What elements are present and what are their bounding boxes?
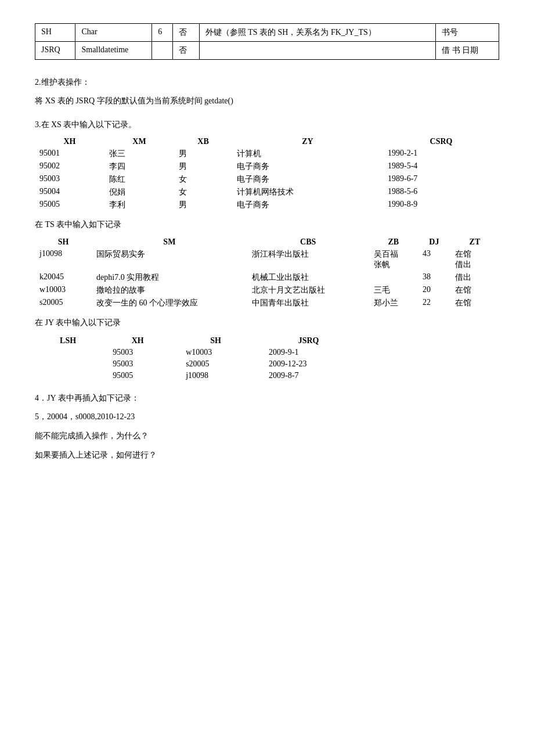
table-row: JSRQ Smalldatetime 否 借 书 日期	[35, 42, 499, 60]
ts-col-sm: SM	[92, 236, 247, 248]
jy-cell	[35, 358, 101, 370]
xs-cell: 男	[174, 147, 232, 160]
xs-cell: 95001	[35, 147, 104, 160]
xs-cell: 男	[174, 160, 232, 173]
jy-data-row: 95003s200052009-12-23	[35, 358, 360, 370]
xs-cell: 1989-6-7	[383, 173, 499, 186]
ts-cell: j10098	[35, 248, 92, 271]
jy-cell	[35, 370, 101, 381]
ts-cell: 20	[418, 284, 450, 297]
cell-smalldatetime: Smalldatetime	[75, 42, 152, 60]
ts-cell: 撒哈拉的故事	[92, 284, 247, 297]
cell-fk-desc: 外键（参照 TS 表的 SH，关系名为 FK_JY_TS）	[199, 24, 436, 42]
xs-cell: 1988-5-6	[383, 186, 499, 199]
ts-cell: 中国青年出版社	[247, 297, 369, 309]
xs-cell: 1989-5-4	[383, 160, 499, 173]
xs-cell: 电子商务	[232, 160, 383, 173]
ts-cell: 郑小兰	[369, 297, 418, 309]
xs-cell: 女	[174, 186, 232, 199]
ts-col-cbs: CBS	[247, 236, 369, 248]
xs-cell: 电子商务	[232, 199, 383, 211]
xs-data-row: 95004倪娟女计算机网络技术1988-5-6	[35, 186, 499, 199]
xs-data-row: 95003陈红女电子商务1989-6-7	[35, 173, 499, 186]
xs-cell: 男	[174, 199, 232, 211]
ts-cell: 北京十月文艺出版社	[247, 284, 369, 297]
jy-col-lsh: LSH	[35, 335, 101, 347]
ts-header-row: SH SM CBS ZB DJ ZT	[35, 236, 499, 248]
jy-header-row: LSH XH SH JSRQ	[35, 335, 360, 347]
section4-q1: 能不能完成插入操作，为什么？	[35, 429, 499, 443]
xs-cell: 95002	[35, 160, 104, 173]
ts-cell: 借出	[450, 271, 499, 284]
xs-cell: 张三	[104, 147, 174, 160]
jy-cell: w10003	[174, 347, 257, 358]
xs-col-xh: XH	[35, 136, 104, 147]
ts-intro: 在 TS 表中输入如下记录	[35, 217, 499, 232]
cell-empty	[152, 42, 173, 60]
jy-cell	[35, 347, 101, 358]
ts-cell: w10003	[35, 284, 92, 297]
cell-empty2	[199, 42, 436, 60]
table-row: SH Char 6 否 外键（参照 TS 表的 SH，关系名为 FK_JY_TS…	[35, 24, 499, 42]
jy-col-xh: XH	[101, 335, 174, 347]
xs-header-row: XH XM XB ZY CSRQ	[35, 136, 499, 147]
cell-char: Char	[75, 24, 152, 42]
jy-cell: 95005	[101, 370, 174, 381]
xs-cell: 电子商务	[232, 173, 383, 186]
jy-cell: 2009-8-7	[257, 370, 360, 381]
ts-cell: 22	[418, 297, 450, 309]
xs-data-row: 95005李利男电子商务1990-8-9	[35, 199, 499, 211]
xs-col-zy: ZY	[232, 136, 383, 147]
section2: 2.维护表操作： 将 XS 表的 JSRQ 字段的默认值为当前系统时间 getd…	[35, 77, 499, 108]
jy-cell: 2009-9-1	[257, 347, 360, 358]
section2-body: 将 XS 表的 JSRQ 字段的默认值为当前系统时间 getdate()	[35, 93, 499, 108]
xs-data-row: 95002李四男电子商务1989-5-4	[35, 160, 499, 173]
jy-cell: s20005	[174, 358, 257, 370]
ts-cell: 三毛	[369, 284, 418, 297]
xs-cell: 95004	[35, 186, 104, 199]
jy-col-sh: SH	[174, 335, 257, 347]
jy-cell: 95003	[101, 358, 174, 370]
ts-cell: 在馆 借出	[450, 248, 499, 271]
section4-title: 4．JY 表中再插入如下记录：	[35, 393, 499, 404]
xs-col-csrq: CSRQ	[383, 136, 499, 147]
ts-col-sh: SH	[35, 236, 92, 248]
ts-col-zt: ZT	[450, 236, 499, 248]
ts-data-row: j10098国际贸易实务浙江科学出版社吴百福 张帆43在馆 借出	[35, 248, 499, 271]
xs-col-xb: XB	[174, 136, 232, 147]
ts-data-row: k20045dephi7.0 实用教程机械工业出版社38借出	[35, 271, 499, 284]
ts-cell: 吴百福 张帆	[369, 248, 418, 271]
xs-cell: 计算机	[232, 147, 383, 160]
ts-data-row: s20005改变一生的 60 个心理学效应中国青年出版社郑小兰22在馆	[35, 297, 499, 309]
xs-cell: 倪娟	[104, 186, 174, 199]
xs-cell: 李利	[104, 199, 174, 211]
top-table: SH Char 6 否 外键（参照 TS 表的 SH，关系名为 FK_JY_TS…	[35, 23, 499, 60]
cell-6: 6	[152, 24, 173, 42]
xs-cell: 95005	[35, 199, 104, 211]
xs-cell: 1990-2-1	[383, 147, 499, 160]
section2-title: 2.维护表操作：	[35, 77, 499, 88]
ts-table: SH SM CBS ZB DJ ZT j10098国际贸易实务浙江科学出版社吴百…	[35, 236, 499, 309]
cell-no1: 否	[173, 24, 199, 42]
section4-body: 5，20004，s0008,2010-12-23	[35, 409, 499, 424]
ts-cell: 浙江科学出版社	[247, 248, 369, 271]
jy-intro: 在 JY 表中输入以下记录	[35, 315, 499, 330]
jy-data-row: 95005j100982009-8-7	[35, 370, 360, 381]
jy-cell: 95003	[101, 347, 174, 358]
cell-no2: 否	[173, 42, 199, 60]
xs-cell: 95003	[35, 173, 104, 186]
xs-cell: 1990-8-9	[383, 199, 499, 211]
xs-cell: 计算机网络技术	[232, 186, 383, 199]
ts-cell	[369, 271, 418, 284]
ts-col-dj: DJ	[418, 236, 450, 248]
jy-col-jsrq: JSRQ	[257, 335, 360, 347]
jy-data-row: 95003w100032009-9-1	[35, 347, 360, 358]
xs-cell: 陈红	[104, 173, 174, 186]
ts-cell: 43	[418, 248, 450, 271]
ts-cell: 38	[418, 271, 450, 284]
jy-cell: j10098	[174, 370, 257, 381]
ts-cell: 机械工业出版社	[247, 271, 369, 284]
cell-jsrq: JSRQ	[35, 42, 75, 60]
xs-cell: 李四	[104, 160, 174, 173]
cell-shuhao: 书号	[436, 24, 499, 42]
